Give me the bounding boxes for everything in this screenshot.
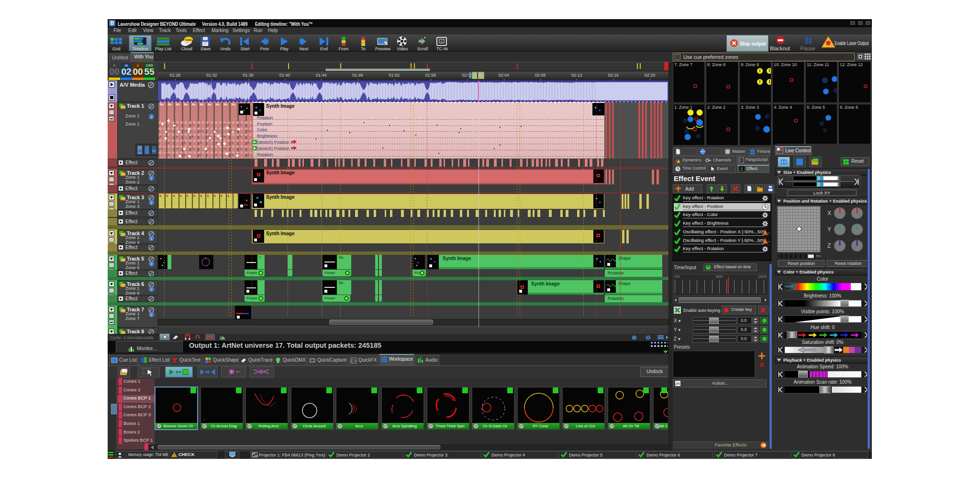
svg-text:i: i	[151, 201, 152, 205]
svg-text:i: i	[151, 287, 152, 292]
svg-text:!: !	[174, 453, 175, 457]
svg-text:i: i	[151, 313, 152, 317]
svg-text:i: i	[151, 115, 152, 119]
svg-text:EX: EX	[351, 358, 357, 363]
svg-text:i: i	[151, 262, 152, 266]
svg-text:Σ: Σ	[741, 167, 744, 171]
svg-text:i: i	[151, 176, 152, 181]
svg-text:S: S	[259, 369, 263, 375]
svg-text:i: i	[151, 237, 152, 241]
